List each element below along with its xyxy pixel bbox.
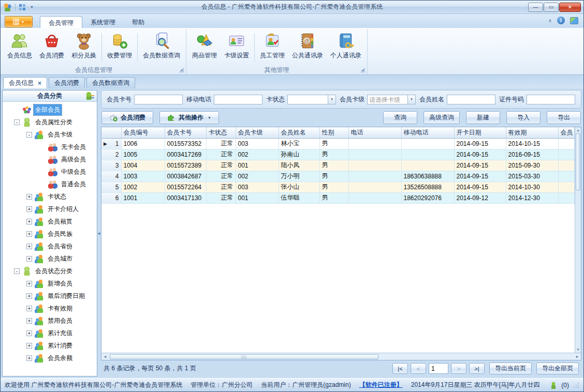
chevron-down-icon[interactable]: ▼	[328, 95, 335, 104]
grid-column-header[interactable]: 移动电话	[401, 127, 454, 138]
last-page-button[interactable]: >|	[469, 363, 485, 374]
tree-expander-icon[interactable]: +	[26, 281, 32, 287]
tree-item[interactable]: - 会员状态分类	[3, 265, 97, 277]
filter-input[interactable]	[214, 95, 262, 104]
grid-column-header[interactable]: 开卡日期	[454, 127, 506, 138]
scroll-up-icon[interactable]: ▲	[577, 127, 580, 133]
tree-item[interactable]: + 会员省份	[3, 240, 97, 252]
tree-expander-icon[interactable]: +	[26, 256, 32, 262]
tree-expander-icon[interactable]: -	[26, 132, 32, 138]
tree-item[interactable]: 普通会员	[3, 178, 97, 190]
query-button[interactable]: 查询	[383, 111, 417, 124]
tab-member-management[interactable]: 会员管理	[40, 16, 82, 28]
next-page-button[interactable]: >	[451, 363, 466, 374]
tree-expander-icon[interactable]: +	[26, 318, 32, 324]
ribbon-button-member-data-query[interactable]: 会员数据查询	[139, 30, 184, 65]
ribbon-button-personal-contacts[interactable]: 个人通讯录	[327, 30, 365, 65]
ribbon-button-member-info[interactable]: 会员信息	[4, 30, 36, 65]
dialog-launcher-icon[interactable]	[360, 68, 365, 72]
tree-item[interactable]: + 会员城市	[3, 252, 97, 265]
chevron-down-icon[interactable]: ▼	[407, 95, 415, 104]
ribbon-button-card-level-settings[interactable]: 卡级设置	[221, 30, 253, 65]
tree-expander-icon[interactable]: +	[26, 293, 32, 299]
chevron-down-icon[interactable]: ▼	[30, 5, 34, 9]
scroll-right-icon[interactable]: ►	[574, 355, 581, 358]
tree-item[interactable]: + 卡有效期	[3, 302, 97, 314]
vertical-scrollbar[interactable]: ▲ ▼	[575, 127, 581, 353]
tree-item[interactable]: + 会员余额	[3, 352, 97, 364]
new-button[interactable]: 新建	[466, 111, 500, 124]
tree-expander-icon[interactable]: +	[26, 306, 32, 311]
category-settings-icon[interactable]	[86, 92, 94, 100]
grid-column-header[interactable]: 性别	[319, 127, 348, 138]
tree-expander-icon[interactable]: -	[14, 268, 20, 274]
ribbon-button-fee-management[interactable]: 收费管理	[104, 30, 136, 65]
scroll-left-icon[interactable]: ◄	[101, 355, 109, 358]
tree-expander-icon[interactable]: -	[14, 119, 20, 125]
table-row[interactable]: 2 1005 0003417269 正常 002 孙南山 男	[101, 149, 575, 160]
first-page-button[interactable]: |<	[392, 363, 408, 374]
grid-column-header[interactable]	[101, 127, 121, 138]
registered-link[interactable]: 【软件已注册】	[359, 381, 403, 389]
close-button[interactable]: ✕	[559, 3, 581, 12]
export-all-pages-button[interactable]: 导出全部页	[536, 363, 579, 374]
grid-column-header[interactable]: 电话	[348, 127, 401, 138]
tree-item[interactable]: + 会员民族	[3, 228, 97, 240]
grid-column-header[interactable]: 会员卡号	[165, 127, 206, 138]
table-row[interactable]: ▶ 1 1006 0015573352 正常 003 林小宝	[101, 138, 575, 149]
tab-help[interactable]: 帮助	[124, 16, 153, 28]
tree-item[interactable]: 中级会员	[3, 165, 97, 178]
tree-item[interactable]: + 最后消费日期	[3, 290, 97, 302]
tree-item[interactable]: + 禁用会员	[3, 314, 97, 327]
tree-item[interactable]: + 开卡介绍人	[3, 203, 97, 215]
filter-input[interactable]	[134, 95, 183, 104]
page-number-input[interactable]	[429, 363, 448, 374]
tree-expander-icon[interactable]: +	[26, 343, 32, 349]
tree-item[interactable]: + 累计充值	[3, 327, 97, 339]
grid-column-header[interactable]: 卡状态	[206, 127, 236, 138]
collapse-ribbon-icon[interactable]: ∧	[548, 18, 552, 23]
table-row[interactable]: 5 1002 0015572264 正常 003 张小山 男	[101, 182, 575, 192]
tree-expander-icon[interactable]: +	[26, 244, 32, 249]
advanced-query-button[interactable]: 高级查询	[424, 111, 460, 124]
maximize-button[interactable]: ▭	[544, 3, 559, 12]
scroll-down-icon[interactable]: ▼	[577, 346, 580, 353]
filter-select[interactable]: 请选择卡级 ▼	[367, 95, 416, 104]
tree-expander-icon[interactable]: +	[26, 194, 32, 200]
vertical-scroll-thumb[interactable]	[576, 133, 580, 190]
ribbon-button-staff-management[interactable]: 员工管理	[256, 30, 288, 65]
tree-item[interactable]: 全部会员	[3, 103, 97, 116]
table-row[interactable]: 6 1001 0003417130 正常 001 伍华聪 男	[101, 192, 575, 203]
tree-item[interactable]: 无卡会员	[3, 141, 97, 153]
tab-system-management[interactable]: 系统管理	[82, 16, 124, 28]
resize-grip-icon[interactable]	[573, 382, 579, 388]
ribbon-button-goods-management[interactable]: 商品管理	[188, 30, 221, 65]
ribbon-button-member-consume[interactable]: 会员消费	[36, 30, 68, 65]
prev-page-button[interactable]: <	[411, 363, 426, 374]
other-operations-button[interactable]: 其他操作 ▼	[159, 111, 219, 124]
member-consume-button[interactable]: 会员消费	[101, 111, 153, 124]
ribbon-button-points-exchange[interactable]: 积分兑换	[68, 30, 100, 65]
import-button[interactable]: 导入	[506, 111, 541, 124]
tree-item[interactable]: + 累计消费	[3, 339, 97, 352]
grid-column-header[interactable]: 会员	[558, 127, 575, 138]
filter-input[interactable]	[447, 95, 495, 104]
doc-tab-member-data-query[interactable]: 会员数据查询	[86, 77, 135, 88]
horizontal-scroll-thumb[interactable]: ||||	[110, 354, 378, 359]
application-menu-button[interactable]: ▼	[5, 16, 33, 27]
tree-item[interactable]: - 会员卡级	[3, 128, 97, 141]
tree-expander-icon[interactable]: +	[26, 330, 32, 336]
tree-expander-icon[interactable]: +	[26, 231, 32, 237]
export-current-page-button[interactable]: 导出当前页	[489, 363, 532, 374]
customize-toolbar-icon[interactable]	[19, 4, 26, 11]
tree-expander-icon[interactable]: +	[26, 206, 32, 212]
info-icon[interactable]: i	[557, 17, 565, 24]
grid-column-header[interactable]: 会员编号	[121, 127, 165, 138]
grid-column-header[interactable]: 有效期	[506, 127, 558, 138]
dialog-launcher-icon[interactable]	[179, 68, 184, 72]
doc-tab-member-consume[interactable]: 会员消费	[49, 77, 85, 88]
close-tab-icon[interactable]: ×	[38, 80, 41, 87]
tree-item[interactable]: + 会员籍贯	[3, 215, 97, 228]
tree-item[interactable]: 高级会员	[3, 153, 97, 165]
export-button[interactable]: 导出	[547, 111, 581, 124]
